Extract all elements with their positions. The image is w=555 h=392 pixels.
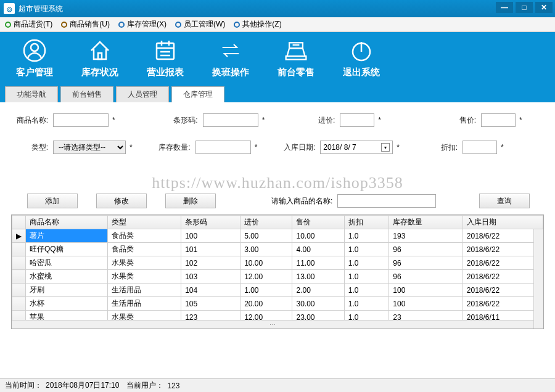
calendar-icon (153, 38, 178, 63)
close-button[interactable]: ✕ (535, 2, 553, 13)
table-row[interactable]: ▶薯片食品类1005.0010.001.01932018/6/22 (12, 229, 543, 243)
minimize-button[interactable]: — (496, 2, 513, 13)
input-stock-qty[interactable] (195, 141, 251, 154)
circle-icon (175, 22, 181, 28)
label-barcode: 条形码: (158, 115, 198, 126)
column-header[interactable]: 库存数量 (389, 216, 463, 229)
table-row[interactable]: 水杯生活用品10520.0030.001.01002018/6/22 (12, 297, 543, 311)
column-header[interactable]: 入库日期 (462, 216, 543, 229)
house-icon (88, 38, 112, 63)
label-sale-price: 售价: (437, 115, 476, 126)
input-in-date[interactable]: 2018/ 8/ 7 ▾ (320, 141, 393, 154)
table-row[interactable]: 牙刷生活用品1041.002.001.01002018/6/22 (12, 284, 543, 297)
status-user-value: 123 (167, 382, 179, 390)
app-icon: ◎ (4, 3, 15, 14)
input-discount[interactable] (462, 141, 497, 154)
status-user-label: 当前用户： (126, 380, 163, 391)
add-button[interactable]: 添加 (27, 194, 78, 208)
maximize-button[interactable]: □ (516, 2, 533, 13)
svg-rect-10 (286, 56, 306, 59)
circle-icon (234, 22, 240, 28)
status-time-value: 2018年08月07日17:10 (46, 380, 119, 391)
tab-staff[interactable]: 人员管理 (116, 86, 169, 102)
label-in-date: 入库日期: (276, 142, 315, 153)
column-header[interactable]: 条形码 (181, 216, 240, 229)
tool-customer[interactable]: 客户管理 (7, 38, 62, 78)
horizontal-scrollbar[interactable]: ⋯ (12, 320, 533, 329)
column-header[interactable]: 类型 (107, 216, 181, 229)
search-label: 请输入商品的名称: (271, 196, 332, 206)
tab-warehouse[interactable]: 仓库管理 (171, 86, 224, 102)
tab-pos[interactable]: 前台销售 (60, 86, 113, 102)
column-header[interactable]: 售价 (292, 216, 344, 229)
circle-icon (5, 22, 11, 28)
svg-rect-2 (98, 53, 102, 59)
tool-shift[interactable]: 换班操作 (204, 38, 258, 78)
circle-icon (61, 22, 67, 28)
menu-item-stock[interactable]: 库存管理(X) (118, 19, 166, 30)
tool-pos[interactable]: 前台零售 (269, 38, 323, 78)
statusbar: 当前时间： 2018年08月07日17:10 当前用户： 123 (0, 378, 555, 392)
column-header[interactable]: 进价 (240, 216, 292, 229)
calendar-dropdown-icon[interactable]: ▾ (381, 143, 390, 152)
tab-nav[interactable]: 功能导航 (5, 86, 58, 102)
label-cost-price: 进价: (295, 115, 335, 126)
label-type: 类型: (9, 142, 48, 153)
input-cost-price[interactable] (340, 113, 374, 127)
column-header[interactable]: 折扣 (344, 216, 389, 229)
toolbar: 客户管理 库存状况 营业报表 换班操作 前台零售 退出系统 (0, 32, 555, 84)
input-product-name[interactable] (53, 113, 109, 127)
menu-item-staff[interactable]: 员工管理(W) (175, 19, 225, 30)
data-grid[interactable]: 商品名称类型条形码进价售价折扣库存数量入库日期▶薯片食品类1005.0010.0… (11, 214, 544, 329)
delete-button[interactable]: 删除 (165, 194, 216, 208)
vertical-scrollbar[interactable] (533, 229, 543, 329)
window-titlebar: ◎ 超市管理系统 — □ ✕ (0, 0, 555, 17)
table-row[interactable]: 哈密瓜水果类10210.0011.001.0962018/6/22 (12, 256, 543, 270)
menu-item-other[interactable]: 其他操作(Z) (234, 19, 281, 30)
label-stock-qty: 库存数量: (151, 142, 191, 153)
search-input[interactable] (337, 194, 436, 208)
input-sale-price[interactable] (481, 113, 516, 127)
menu-item-sales[interactable]: 商品销售(U) (61, 19, 110, 30)
power-icon (349, 38, 374, 63)
window-title: 超市管理系统 (18, 4, 63, 14)
swap-icon (218, 38, 243, 63)
workarea: 商品名称: * 条形码: * 进价: * 售价: * 类型: --请选择类型--… (0, 102, 555, 333)
label-discount: 折扣: (418, 142, 458, 153)
select-type[interactable]: --请选择类型-- (53, 141, 126, 154)
column-header[interactable]: 商品名称 (26, 216, 108, 229)
table-row[interactable]: 旺仔QQ糖食品类1013.004.001.0962018/6/22 (12, 243, 543, 256)
tabbar: 功能导航 前台销售 人员管理 仓库管理 (0, 84, 555, 102)
svg-point-1 (31, 44, 38, 51)
input-barcode[interactable] (203, 113, 258, 127)
circle-icon (118, 22, 125, 28)
query-button[interactable]: 查询 (479, 194, 530, 208)
tool-report[interactable]: 营业报表 (138, 38, 192, 78)
tool-exit[interactable]: 退出系统 (334, 38, 388, 78)
menu-item-purchase[interactable]: 商品进货(T) (5, 19, 52, 30)
cash-register-icon (284, 38, 308, 63)
menubar: 商品进货(T) 商品销售(U) 库存管理(X) 员工管理(W) 其他操作(Z) (0, 17, 555, 32)
table-row[interactable]: 水蜜桃水果类10312.0013.001.0962018/6/22 (12, 270, 543, 284)
user-icon (22, 38, 47, 63)
status-time-label: 当前时间： (5, 380, 42, 391)
label-product-name: 商品名称: (9, 115, 48, 126)
edit-button[interactable]: 修改 (96, 194, 147, 208)
tool-inventory[interactable]: 库存状况 (73, 38, 127, 78)
